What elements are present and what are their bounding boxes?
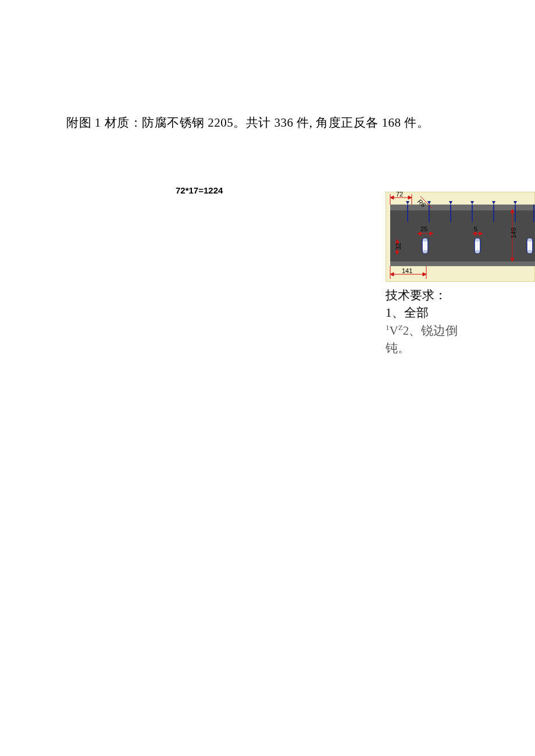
- svg-point-21: [475, 238, 480, 242]
- notes-heading: 技术要求：: [386, 286, 490, 304]
- dim-25: 25: [420, 225, 427, 232]
- svg-point-18: [423, 238, 427, 242]
- formula-text: 72*17=1224: [176, 185, 223, 195]
- dim-141: 141: [402, 267, 412, 274]
- svg-rect-2: [390, 205, 535, 210]
- svg-point-22: [475, 250, 480, 253]
- dim-72: 72: [396, 192, 403, 198]
- svg-point-24: [527, 238, 532, 242]
- notes-item3: 钝。: [386, 339, 490, 357]
- svg-rect-3: [390, 261, 535, 266]
- notes-item2: 1VZ2、锐边倒: [386, 322, 490, 339]
- main-description: 附图 1 材质：防腐不锈钢 2205。共计 336 件, 角度正反各 168 件…: [66, 114, 429, 131]
- svg-point-25: [527, 250, 532, 253]
- dim-5: 5: [474, 225, 477, 232]
- dim-32: 32: [395, 243, 402, 250]
- dim-149: 149: [510, 228, 517, 238]
- notes-item1: 1、全部: [386, 304, 490, 321]
- technical-notes: 技术要求： 1、全部 1VZ2、锐边倒 钝。: [386, 286, 490, 357]
- technical-drawing: 72 R6 25 5 149 32 141: [386, 192, 535, 282]
- svg-point-19: [423, 250, 427, 253]
